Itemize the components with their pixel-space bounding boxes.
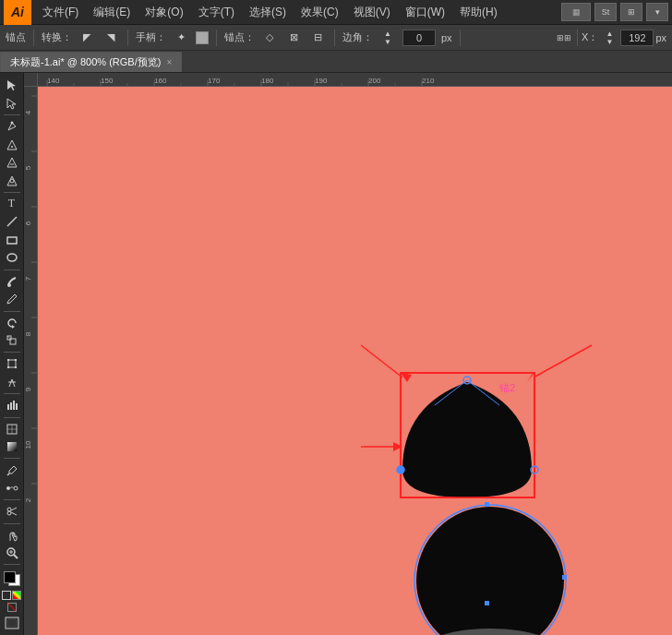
convert-smooth-btn[interactable]: ◥ [102,29,120,47]
menu-object[interactable]: 对象(O) [138,3,190,22]
stroke-indicator[interactable] [2,591,11,600]
svg-point-6 [7,254,17,261]
zoom-tool[interactable] [2,545,22,562]
puppet-warp-tool[interactable] [2,374,22,391]
dropdown-btn[interactable]: ▾ [646,3,668,21]
x-value-input[interactable] [620,30,654,46]
fg-color-swatch[interactable] [4,571,16,583]
x-up-btn[interactable]: ▲▼ [600,29,618,47]
tool-sep-4 [4,311,20,312]
tool-sep-6 [4,393,20,394]
menu-help[interactable]: 帮助(H) [452,3,505,22]
svg-point-7 [7,283,11,287]
workspace-btn[interactable]: ▦ [561,3,591,21]
convert-corner-btn[interactable]: ◤ [78,29,96,47]
svg-rect-17 [7,404,9,410]
color-swatches[interactable] [2,569,22,588]
menu-effect[interactable]: 效果(C) [294,3,346,22]
svg-rect-14 [15,359,17,361]
menu-type[interactable]: 文字(T) [191,3,242,22]
anchor2-label: 锚点： [224,30,255,44]
type-tool[interactable]: T [2,196,22,213]
arrange-btn[interactable]: St [594,3,617,21]
tool-sep-1 [4,114,20,115]
document-tab[interactable]: 未标题-1.ai* @ 800% (RGB/预览) × [0,52,182,72]
svg-rect-77 [38,87,672,635]
none-fill-indicator[interactable] [7,603,17,612]
rotate-tool[interactable] [2,314,22,331]
scale-tool[interactable] [2,332,22,350]
direct-selection-tool[interactable] [2,95,22,113]
svg-text:190: 190 [315,77,328,85]
svg-text:210: 210 [422,77,435,85]
svg-text:锚2: 锚2 [498,382,515,393]
edge-value-input[interactable] [402,30,436,46]
ruler-top: 140 150 160 170 180 190 200 210 [38,73,672,87]
tab-bar: 未标题-1.ai* @ 800% (RGB/预览) × [0,51,672,73]
tool-sep-3 [4,270,20,270]
tool-sep-8 [4,458,20,459]
svg-text:140: 140 [47,77,60,85]
none-indicator-row [7,603,17,612]
tool-sep-7 [4,417,20,418]
gradient-tool[interactable] [2,438,22,456]
hand-tool[interactable] [2,526,22,544]
anchor-label: 锚点 [6,30,26,44]
free-transform-tool[interactable] [2,355,22,373]
svg-rect-37 [7,619,17,627]
screen-mode-btn[interactable] [2,614,22,631]
svg-line-30 [11,508,17,510]
pen-tool[interactable] [2,118,22,136]
handle-btn2[interactable] [196,31,209,44]
transform-btn[interactable]: ⊞⊞ [555,29,573,47]
x-label: X： [582,30,598,44]
menu-edit[interactable]: 编辑(E) [86,3,138,22]
svg-point-28 [7,508,11,511]
canvas-area[interactable]: 锚2 [38,87,672,635]
anchor-oval-top [485,502,489,507]
scissors-tool[interactable] [2,503,22,521]
title-bar: Ai 文件(F) 编辑(E) 对象(O) 文字(T) 选择(S) 效果(C) 视… [0,0,672,25]
tool-sep-2 [4,192,20,193]
x-unit: px [655,32,666,43]
menu-view[interactable]: 视图(V) [346,3,398,22]
svg-rect-24 [7,442,17,451]
svg-point-27 [14,486,18,490]
blend-tool[interactable] [2,480,22,497]
color-indicator[interactable] [12,591,21,600]
edge-up-btn[interactable]: ▲▼ [378,29,397,47]
layout-btn[interactable]: ⊞ [620,3,642,21]
delete-anchor-tool[interactable] [2,154,22,172]
remove-anchor-btn[interactable]: ⊠ [284,29,303,47]
menu-file[interactable]: 文件(F) [35,3,86,22]
title-right: ▦ St ⊞ ▾ [561,3,668,21]
convert-anchor-tool[interactable] [2,172,22,189]
add-anchor-tool[interactable] [2,136,22,153]
svg-text:160: 160 [154,77,167,85]
canvas-wrapper[interactable]: 140 150 160 170 180 190 200 210 [24,73,672,635]
column-graph-tool[interactable] [2,397,22,414]
svg-rect-19 [13,401,15,410]
svg-text:5: 5 [24,165,32,170]
menu-select[interactable]: 选择(S) [242,3,294,22]
eyedropper-tool[interactable] [2,461,22,479]
mesh-tool[interactable] [2,420,22,437]
tab-close-btn[interactable]: × [166,57,172,67]
convert-label: 转换： [42,30,72,44]
align-anchor-btn[interactable]: ⊟ [308,29,327,47]
brush-tool[interactable] [2,273,22,291]
svg-text:6: 6 [24,221,32,225]
tool-sep-9 [4,499,20,500]
ellipse-tool[interactable] [2,249,22,267]
anchor2-btn[interactable]: ◇ [260,29,279,47]
pencil-tool[interactable] [2,291,22,308]
selection-tool[interactable] [2,77,22,94]
ruler-left: 4 5 6 7 8 9 10 2 [24,87,38,635]
svg-text:2: 2 [24,497,32,502]
menu-window[interactable]: 窗口(W) [398,3,452,22]
svg-marker-1 [7,99,16,109]
rect-tool[interactable] [2,232,22,249]
sep1 [33,30,34,46]
line-tool[interactable] [2,213,22,231]
handle-btn[interactable]: ✦ [172,29,190,47]
